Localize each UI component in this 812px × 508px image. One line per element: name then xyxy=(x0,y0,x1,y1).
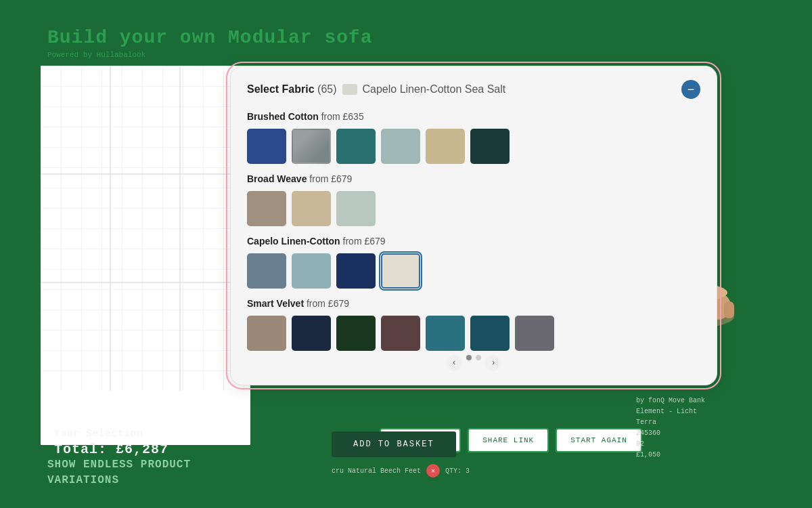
swatch-bc-navy[interactable] xyxy=(247,129,286,164)
swatch-sv-mocha[interactable] xyxy=(381,316,420,351)
total-price: Total: £6,287 xyxy=(54,442,257,457)
select-fabric-label: Select Fabric (65) xyxy=(247,83,337,96)
capelo-linen-price: from £679 xyxy=(343,236,386,247)
selection-info: Your Selection Total: £6,287 xyxy=(47,428,257,457)
product-brand: by fonQ Move Bank xyxy=(636,396,771,406)
nav-dot-2[interactable] xyxy=(476,355,481,360)
collapse-button[interactable]: − xyxy=(681,80,700,99)
smart-velvet-section: Smart Velvet from £679 xyxy=(247,298,700,351)
product-info-panel: by fonQ Move Bank Element - Licht Terra … xyxy=(636,396,771,461)
fabric-panel: Select Fabric (65) Capelo Linen-Cotton S… xyxy=(230,66,717,385)
panel-nav: ‹ › xyxy=(247,355,700,371)
capelo-linen-section: Capelo Linen-Cotton from £679 xyxy=(247,236,700,289)
panel-nav-right[interactable]: › xyxy=(485,355,501,371)
broad-weave-swatches xyxy=(247,191,700,226)
broad-weave-price: from £679 xyxy=(309,173,352,184)
share-link-button[interactable]: SHARE LINK xyxy=(468,428,549,452)
item-qty: QTY: 3 xyxy=(445,467,470,475)
nav-dot-1[interactable] xyxy=(466,355,472,360)
swatch-bw-sage[interactable] xyxy=(336,191,376,226)
swatch-sv-teal[interactable] xyxy=(426,316,465,351)
product-price: £1,050 xyxy=(636,450,771,461)
swatch-sv-midnight[interactable] xyxy=(292,316,331,351)
swatch-sv-forest[interactable] xyxy=(336,316,376,351)
smart-velvet-swatches xyxy=(247,316,700,351)
swatch-sv-deep-teal[interactable] xyxy=(470,316,510,351)
smart-velvet-title: Smart Velvet from £679 xyxy=(247,298,700,309)
broad-weave-section: Broad Weave from £679 xyxy=(247,173,700,226)
fabric-panel-header: Select Fabric (65) Capelo Linen-Cotton S… xyxy=(247,80,700,99)
swatch-clc-slate[interactable] xyxy=(247,253,286,289)
remove-item-button[interactable]: ✕ xyxy=(426,464,440,478)
brushed-cotton-price: from £635 xyxy=(321,111,364,122)
brushed-cotton-section: Brushed Cotton from £635 xyxy=(247,111,700,164)
swatch-bw-taupe[interactable] xyxy=(247,191,286,226)
product-element: Element - Licht xyxy=(636,406,771,417)
your-selection-label: Your Selection xyxy=(54,428,257,439)
item-label: cru Natural Beech Feet xyxy=(332,467,421,475)
swatch-bc-dark-teal[interactable] xyxy=(470,129,510,164)
add-to-basket-button[interactable]: ADD TO BASKET xyxy=(332,431,456,457)
fabric-panel-title: Select Fabric (65) Capelo Linen-Cotton S… xyxy=(247,83,505,96)
product-sku: 245360 xyxy=(636,428,771,439)
selected-swatch-preview xyxy=(342,84,357,95)
svg-rect-9 xyxy=(724,301,734,318)
broad-weave-title: Broad Weave from £679 xyxy=(247,173,700,184)
svg-rect-1 xyxy=(41,66,250,391)
brushed-cotton-title: Brushed Cotton from £635 xyxy=(247,111,700,122)
page-title: Build your own Modular sofa xyxy=(47,27,771,48)
product-material: Terra xyxy=(636,417,771,428)
swatch-sv-mink[interactable] xyxy=(247,316,286,351)
grid-area xyxy=(41,66,250,445)
swatch-clc-sky[interactable] xyxy=(292,253,331,289)
product-qty: 92 xyxy=(636,439,771,450)
main-container: Build your own Modular sofa Powered by H… xyxy=(41,20,771,488)
start-again-button[interactable]: START AGAIN xyxy=(556,428,642,452)
powered-by: Powered by Hullabalook xyxy=(47,51,771,59)
capelo-linen-swatches xyxy=(247,253,700,289)
panel-nav-left[interactable]: ‹ xyxy=(446,355,462,371)
fabric-count: (65) xyxy=(317,83,336,95)
swatch-bw-linen[interactable] xyxy=(292,191,331,226)
smart-velvet-price: from £679 xyxy=(307,298,349,309)
close-icon: ✕ xyxy=(431,467,435,475)
brushed-cotton-swatches xyxy=(247,129,700,164)
swatch-clc-navy[interactable] xyxy=(336,253,376,289)
select-label: Select Fabric xyxy=(247,83,315,95)
swatch-bc-teal[interactable] xyxy=(336,129,376,164)
promo-text: SHOW ENDLESS PRODUCT VARIATIONS xyxy=(47,457,191,488)
item-row: cru Natural Beech Feet ✕ QTY: 3 xyxy=(332,464,623,478)
swatch-bc-light-teal[interactable] xyxy=(381,129,420,164)
swatch-sv-slate[interactable] xyxy=(515,316,554,351)
capelo-linen-title: Capelo Linen-Cotton from £679 xyxy=(247,236,700,247)
swatch-clc-sea-salt[interactable] xyxy=(381,253,420,289)
swatch-bc-sand[interactable] xyxy=(426,129,465,164)
main-content: Select Fabric (65) Capelo Linen-Cotton S… xyxy=(41,66,771,445)
swatch-bc-grey[interactable] xyxy=(292,129,331,164)
selected-fabric-name: Capelo Linen-Cotton Sea Salt xyxy=(363,83,506,96)
